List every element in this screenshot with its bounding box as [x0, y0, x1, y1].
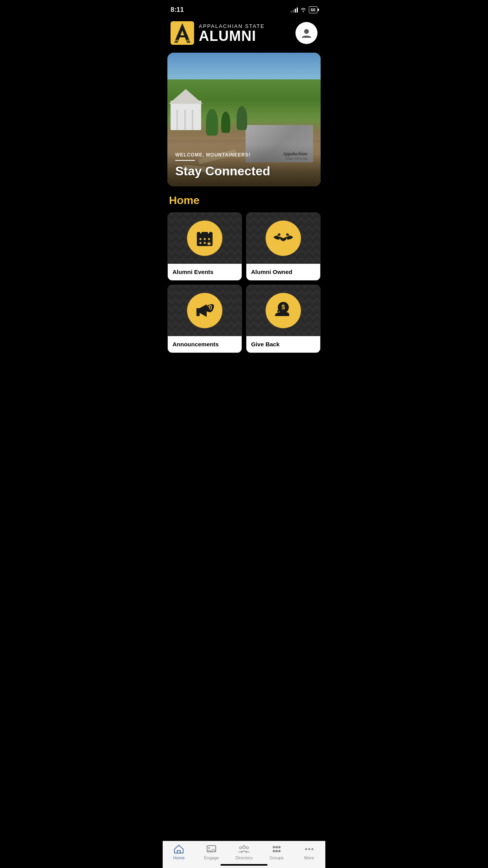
calendar-icon-circle — [187, 221, 222, 256]
logo-text: APPALACHIAN STATE ALUMNI — [199, 23, 265, 43]
svg-rect-6 — [197, 232, 213, 237]
status-icons: 66 — [291, 6, 317, 13]
cards-grid: Alumni Events — [163, 212, 325, 392]
alumni-events-image — [168, 213, 242, 264]
hero-title: Stay Connected — [175, 164, 313, 178]
person-icon — [301, 27, 312, 39]
give-back-image: $ — [246, 285, 320, 336]
svg-rect-15 — [196, 313, 200, 316]
hero-subtitle: WELCOME, MOUNTAINEERS! — [175, 152, 313, 158]
calendar-star-icon — [194, 228, 215, 248]
alumni-owned-label-area: Alumni Owned — [246, 264, 320, 280]
donate-icon-circle: $ — [266, 293, 301, 328]
svg-point-4 — [304, 29, 309, 34]
svg-text:MACA
LABY: MACA LABY — [174, 39, 191, 42]
announcements-card[interactable]: Announcements — [167, 285, 242, 353]
hero-banner: Appalachian State University WELCOME, MO… — [167, 53, 321, 186]
status-time: 8:11 — [171, 6, 184, 14]
section-title: Home — [163, 186, 325, 212]
give-back-card[interactable]: $ Give Back — [246, 285, 321, 353]
logo-area: MACA LABY APPALACHIAN STATE ALUMNI — [171, 21, 265, 45]
give-back-label: Give Back — [251, 341, 280, 348]
alumni-owned-image — [246, 213, 320, 264]
signal-icon — [291, 7, 298, 13]
alumni-events-label: Alumni Events — [172, 268, 213, 275]
profile-button[interactable] — [295, 22, 317, 44]
hero-image: Appalachian State University WELCOME, MO… — [167, 53, 321, 186]
header: MACA LABY APPALACHIAN STATE ALUMNI — [163, 17, 325, 53]
alumni-events-card[interactable]: Alumni Events — [167, 212, 242, 281]
give-back-label-area: Give Back — [246, 336, 320, 353]
svg-point-8 — [204, 238, 206, 240]
alumni-events-label-area: Alumni Events — [168, 264, 242, 280]
wifi-icon — [300, 7, 306, 12]
alumni-owned-label: Alumni Owned — [251, 268, 292, 275]
svg-rect-13 — [200, 230, 202, 234]
announcements-label-area: Announcements — [168, 336, 242, 353]
svg-rect-14 — [208, 230, 209, 234]
donate-icon: $ — [272, 300, 295, 321]
svg-point-10 — [200, 242, 202, 244]
handshake-icon-circle — [266, 221, 301, 256]
svg-rect-2 — [177, 35, 188, 37]
announcements-image — [168, 285, 242, 336]
megaphone-icon — [193, 300, 216, 321]
svg-point-9 — [208, 238, 210, 240]
hero-overlay: WELCOME, MOUNTAINEERS! Stay Connected — [167, 144, 321, 186]
handshake-icon — [272, 228, 295, 248]
brand-bottom: ALUMNI — [199, 29, 265, 43]
megaphone-icon-circle — [187, 293, 222, 328]
announcements-label: Announcements — [172, 341, 219, 348]
battery-icon: 66 — [309, 6, 317, 13]
svg-point-7 — [200, 238, 202, 240]
alumni-owned-card[interactable]: Alumni Owned — [246, 212, 321, 281]
svg-point-11 — [204, 242, 206, 244]
app-state-logo: MACA LABY — [171, 21, 194, 45]
status-bar: 8:11 66 — [163, 0, 325, 17]
hero-divider — [175, 160, 195, 161]
